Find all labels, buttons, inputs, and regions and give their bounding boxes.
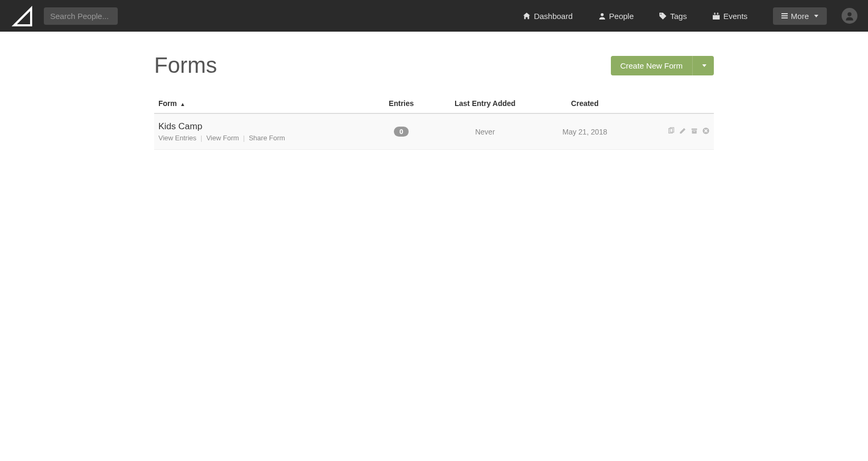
col-entries-header[interactable]: Entries: [374, 94, 428, 113]
create-dropdown-button[interactable]: [692, 56, 714, 75]
page-header: Forms Create New Form: [154, 53, 714, 78]
nav-events-label: Events: [723, 12, 748, 21]
form-actions: View Entries | View Form | Share Form: [158, 134, 370, 142]
nav-people-label: People: [609, 12, 634, 21]
nav-dashboard[interactable]: Dashboard: [510, 12, 585, 21]
search-input[interactable]: [44, 7, 118, 25]
nav-dashboard-label: Dashboard: [534, 12, 572, 21]
svg-point-5: [847, 12, 852, 16]
svg-point-0: [600, 13, 603, 16]
col-actions-header: [628, 94, 714, 113]
svg-rect-10: [693, 131, 695, 132]
header: Dashboard People Tags Events More: [0, 0, 868, 32]
view-entries-link[interactable]: View Entries: [158, 134, 196, 142]
create-new-form-button[interactable]: Create New Form: [611, 56, 692, 75]
form-name[interactable]: Kids Camp: [158, 121, 370, 132]
edit-icon[interactable]: [679, 127, 686, 135]
share-form-link[interactable]: Share Form: [249, 134, 285, 142]
svg-rect-4: [717, 12, 718, 14]
forms-table: Form ▲ Entries Last Entry Added Created …: [154, 94, 714, 150]
col-form-label: Form: [158, 99, 177, 108]
svg-rect-9: [692, 130, 697, 133]
app-logo[interactable]: [11, 5, 33, 27]
nav-people[interactable]: People: [586, 12, 647, 21]
svg-rect-8: [692, 129, 697, 130]
svg-rect-2: [713, 13, 720, 15]
caret-down-icon: [814, 15, 818, 17]
nav-events[interactable]: Events: [700, 12, 760, 21]
col-created-header[interactable]: Created: [542, 94, 628, 113]
delete-icon[interactable]: [702, 127, 710, 135]
caret-down-icon: [702, 64, 706, 67]
tag-icon: [659, 12, 667, 20]
content: Forms Create New Form Form ▲ Entries Las…: [144, 32, 724, 171]
archive-icon[interactable]: [691, 127, 698, 135]
page-title: Forms: [154, 53, 217, 78]
sort-caret-icon: ▲: [180, 101, 185, 107]
hamburger-icon: [781, 13, 788, 18]
more-label: More: [791, 12, 809, 21]
created-cell: May 21, 2018: [542, 113, 628, 150]
separator: |: [201, 134, 202, 142]
table-row: Kids Camp View Entries | View Form | Sha…: [154, 113, 714, 150]
avatar[interactable]: [842, 8, 857, 24]
more-button[interactable]: More: [773, 7, 827, 25]
calendar-icon: [712, 12, 720, 20]
col-last-entry-header[interactable]: Last Entry Added: [429, 94, 542, 113]
nav-tags[interactable]: Tags: [646, 12, 700, 21]
user-icon: [598, 12, 606, 20]
entries-badge: 0: [394, 127, 408, 137]
view-form-link[interactable]: View Form: [206, 134, 239, 142]
col-form-header[interactable]: Form ▲: [154, 94, 374, 113]
last-entry-cell: Never: [429, 113, 542, 150]
separator: |: [243, 134, 244, 142]
nav-tags-label: Tags: [670, 12, 687, 21]
svg-rect-3: [714, 12, 715, 14]
copy-icon[interactable]: [667, 127, 675, 135]
create-button-group: Create New Form: [611, 56, 714, 75]
home-icon: [523, 12, 531, 20]
